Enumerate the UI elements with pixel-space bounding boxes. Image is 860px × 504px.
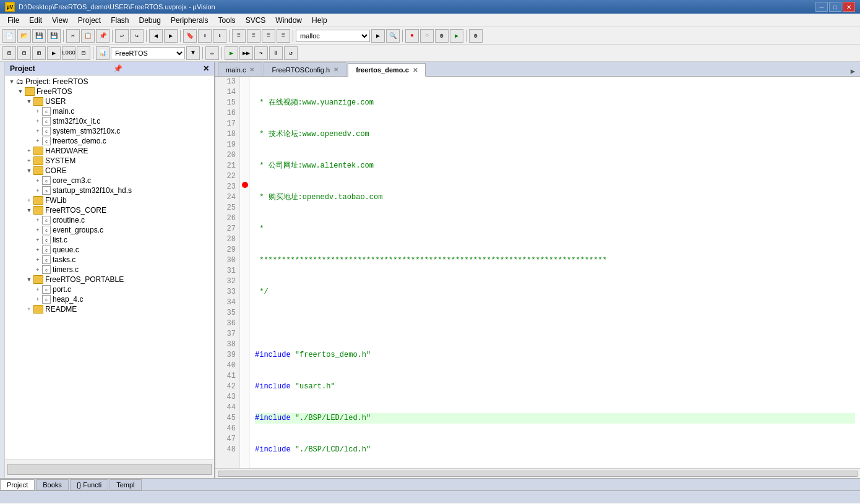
bottom-tab-project[interactable]: Project bbox=[0, 479, 35, 490]
tree-expand-freertos-demo[interactable]: + bbox=[33, 137, 42, 145]
tb2-btn2[interactable]: ⊟ bbox=[17, 46, 31, 60]
bottom-tab-books[interactable]: Books bbox=[36, 479, 69, 490]
copy-btn[interactable]: 📋 bbox=[81, 29, 95, 43]
tree-expand-event-groups[interactable]: + bbox=[33, 226, 42, 234]
prev-bookmark-btn[interactable]: ⬆ bbox=[198, 29, 212, 43]
save-btn[interactable]: 💾 bbox=[32, 29, 46, 43]
indent4-btn[interactable]: ≡ bbox=[277, 29, 290, 43]
undo-btn[interactable]: ↩ bbox=[115, 29, 129, 43]
menu-item-file[interactable]: File bbox=[2, 15, 24, 26]
menu-item-help[interactable]: Help bbox=[307, 15, 332, 26]
tree-item-queue[interactable]: + c queue.c bbox=[5, 245, 214, 255]
tab-freertos-demo[interactable]: freertos_demo.c ✕ bbox=[348, 63, 426, 77]
build-btn[interactable]: ● bbox=[405, 29, 419, 43]
tree-expand-freertos[interactable]: ▼ bbox=[16, 87, 25, 96]
tb2-edit-btn[interactable]: ✏ bbox=[205, 46, 219, 60]
menu-item-edit[interactable]: Edit bbox=[24, 15, 47, 26]
panel-close-icon[interactable]: ✕ bbox=[203, 64, 209, 73]
tree-expand-timers[interactable]: + bbox=[33, 265, 42, 274]
menu-item-flash[interactable]: Flash bbox=[106, 15, 134, 26]
menu-item-view[interactable]: View bbox=[47, 15, 73, 26]
tree-expand-root[interactable]: ▼ bbox=[7, 77, 16, 86]
run-btn[interactable]: ▶ bbox=[450, 29, 463, 43]
tree-expand-stm32[interactable]: + bbox=[33, 117, 42, 126]
tree-expand-freertos-portable[interactable]: ▼ bbox=[25, 275, 33, 284]
nav-back-btn[interactable]: ◀ bbox=[149, 29, 163, 43]
tree-item-freertos-portable[interactable]: ▼ FreeRTOS_PORTABLE bbox=[5, 275, 214, 284]
tree-expand-system-folder[interactable]: + bbox=[25, 156, 33, 165]
tree-expand-system[interactable]: + bbox=[33, 127, 42, 135]
tab-close-main-c[interactable]: ✕ bbox=[249, 66, 254, 73]
tree-item-event-groups[interactable]: + c event_groups.c bbox=[5, 225, 214, 235]
tree-expand-core[interactable]: ▼ bbox=[25, 166, 33, 175]
tb2-dropdown-btn[interactable]: ▼ bbox=[186, 46, 200, 60]
tree-expand-main[interactable]: + bbox=[33, 107, 42, 116]
tree-expand-hardware[interactable]: + bbox=[25, 147, 33, 155]
tree-expand-freertos-core[interactable]: ▼ bbox=[25, 206, 33, 215]
indent2-btn[interactable]: ≡ bbox=[247, 29, 260, 43]
function-dropdown[interactable]: malloc bbox=[296, 30, 370, 42]
tree-item-timers[interactable]: + c timers.c bbox=[5, 265, 214, 275]
code-hscrollbar[interactable] bbox=[215, 468, 860, 478]
tree-item-freertos[interactable]: ▼ FreeRTOS bbox=[5, 87, 214, 96]
tree-item-root[interactable]: ▼ 🗂 Project: FreeRTOS bbox=[5, 77, 214, 87]
bookmark-btn[interactable]: 🔖 bbox=[183, 29, 197, 43]
tb2-run2-btn[interactable]: ▶▶ bbox=[239, 46, 253, 60]
hscroll-track[interactable] bbox=[218, 471, 858, 477]
tree-item-readme[interactable]: + README bbox=[5, 304, 214, 314]
maximize-button[interactable]: □ bbox=[829, 2, 841, 12]
tree-item-port[interactable]: + c port.c bbox=[5, 284, 214, 294]
tree-item-stm32[interactable]: + c stm32f10x_it.c bbox=[5, 116, 214, 126]
project-scroll[interactable] bbox=[7, 464, 212, 475]
tab-scroll-right[interactable]: ▶ bbox=[851, 67, 855, 76]
find-btn[interactable]: 🔍 bbox=[386, 29, 400, 43]
bottom-tab-templates[interactable]: Templ bbox=[110, 479, 141, 490]
code-content[interactable]: * 在线视频:www.yuanzige.com * 技术论坛:www.opene… bbox=[250, 77, 860, 468]
menu-item-tools[interactable]: Tools bbox=[213, 15, 241, 26]
tree-expand-startup[interactable]: + bbox=[33, 186, 42, 195]
build3-btn[interactable]: ⚙ bbox=[435, 29, 449, 43]
project-dropdown[interactable]: FreeRTOS bbox=[111, 47, 185, 59]
tree-expand-user[interactable]: ▼ bbox=[25, 97, 33, 106]
build2-btn[interactable]: ○ bbox=[420, 29, 434, 43]
tree-item-core-cm3[interactable]: + c core_cm3.c bbox=[5, 176, 214, 186]
tree-item-heap4[interactable]: + c heap_4.c bbox=[5, 294, 214, 304]
tree-item-core[interactable]: ▼ CORE bbox=[5, 166, 214, 176]
next-bookmark-btn[interactable]: ⬇ bbox=[213, 29, 226, 43]
nav-fwd-btn[interactable]: ▶ bbox=[164, 29, 178, 43]
tb2-reset-btn[interactable]: ↺ bbox=[284, 46, 298, 60]
go-btn[interactable]: ▶ bbox=[371, 29, 385, 43]
tree-item-freertos-core[interactable]: ▼ FreeRTOS_CORE bbox=[5, 205, 214, 215]
options-btn[interactable]: ⚙ bbox=[469, 29, 483, 43]
tree-item-fwlib[interactable]: + FWLib bbox=[5, 195, 214, 205]
tb2-btn6[interactable]: ⊟ bbox=[77, 46, 90, 60]
save-all-btn[interactable]: 💾 bbox=[47, 29, 61, 43]
tree-expand-queue[interactable]: + bbox=[33, 246, 42, 254]
tb2-stop-btn[interactable]: ⏸ bbox=[269, 46, 283, 60]
menu-item-debug[interactable]: Debug bbox=[134, 15, 166, 26]
tb2-btn3[interactable]: ⊞ bbox=[32, 46, 46, 60]
tab-freertosconfig[interactable]: FreeRTOSConfig.h ✕ bbox=[264, 62, 346, 76]
tree-item-main-c[interactable]: + c main.c bbox=[5, 106, 214, 116]
tree-expand-list[interactable]: + bbox=[33, 236, 42, 244]
menu-item-peripherals[interactable]: Peripherals bbox=[166, 15, 213, 26]
open-btn[interactable]: 📂 bbox=[17, 29, 31, 43]
menu-item-svcs[interactable]: SVCS bbox=[241, 15, 271, 26]
tree-expand-fwlib[interactable]: + bbox=[25, 196, 33, 205]
tb2-btn5[interactable]: LOGO bbox=[62, 46, 75, 60]
panel-pin-icon[interactable]: 📌 bbox=[113, 64, 123, 73]
tb2-btn4[interactable]: ▶ bbox=[47, 46, 61, 60]
tab-close-freertos-demo[interactable]: ✕ bbox=[413, 67, 418, 74]
tb2-run-btn[interactable]: ▶ bbox=[225, 46, 238, 60]
tb2-btn1[interactable]: ⊞ bbox=[2, 46, 16, 60]
code-editor[interactable]: 1314151617 1819202122 2324252627 2829303… bbox=[215, 77, 860, 468]
tree-item-system[interactable]: + c system_stm32f10x.c bbox=[5, 126, 214, 136]
tree-expand-heap4[interactable]: + bbox=[33, 295, 42, 304]
indent3-btn[interactable]: ≡ bbox=[262, 29, 275, 43]
tree-item-list[interactable]: + c list.c bbox=[5, 235, 214, 245]
bottom-tab-functions[interactable]: {} Functi bbox=[70, 479, 108, 490]
tree-item-user[interactable]: ▼ USER bbox=[5, 96, 214, 106]
redo-btn[interactable]: ↪ bbox=[130, 29, 144, 43]
cut-btn[interactable]: ✂ bbox=[66, 29, 80, 43]
menu-item-project[interactable]: Project bbox=[73, 15, 106, 26]
